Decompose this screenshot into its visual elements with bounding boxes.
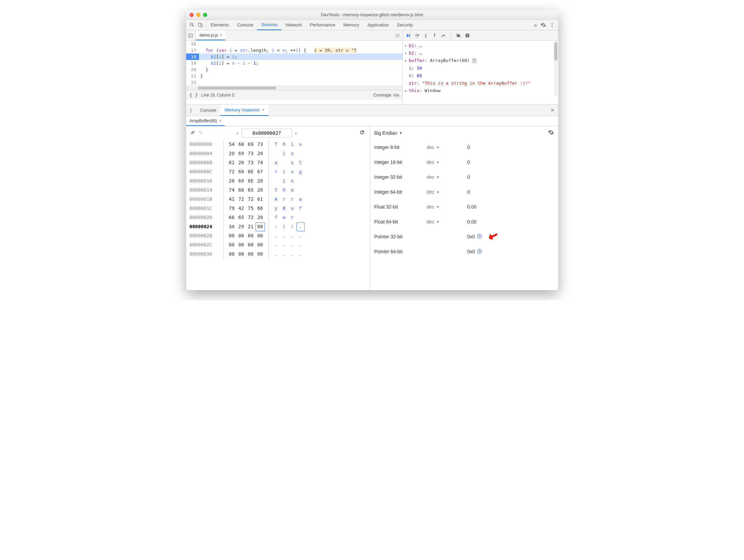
close-icon[interactable]: × — [262, 107, 264, 112]
hex-byte[interactable]: 75 — [246, 204, 256, 213]
step-icon[interactable] — [441, 33, 446, 38]
deactivate-breakpoints-icon[interactable] — [456, 33, 461, 38]
ascii-byte[interactable] — [297, 149, 305, 158]
hex-byte[interactable]: 41 — [227, 195, 237, 204]
history-back-icon[interactable]: ↶ — [191, 130, 195, 136]
panel-tab-console[interactable]: Console — [233, 20, 258, 30]
ascii-byte[interactable]: . — [288, 240, 297, 250]
ascii-byte[interactable]: ! — [288, 222, 297, 231]
step-over-icon[interactable] — [414, 33, 420, 38]
panel-tab-elements[interactable]: Elements — [207, 20, 233, 30]
hex-byte[interactable]: 69 — [237, 149, 246, 158]
hex-byte[interactable]: 69 — [237, 167, 246, 176]
panel-tab-application[interactable]: Application — [363, 20, 393, 30]
ascii-byte[interactable]: e — [288, 186, 297, 195]
ascii-byte[interactable]: . — [280, 250, 288, 259]
jump-to-address-icon[interactable] — [477, 249, 482, 255]
ascii-byte[interactable]: : — [272, 222, 280, 231]
hex-row[interactable]: 000000243A292100:)!. — [190, 222, 367, 231]
hex-byte[interactable]: 00 — [256, 240, 265, 250]
ascii-byte[interactable] — [297, 176, 305, 186]
code-line[interactable]: b2[i] = n - i - 1; — [199, 60, 402, 66]
code-line[interactable] — [199, 41, 402, 47]
panel-tab-sources[interactable]: Sources — [257, 20, 282, 30]
reveal-in-memory-inspector-icon[interactable]: ⠿ — [472, 59, 477, 63]
hex-byte[interactable]: 74 — [256, 158, 265, 167]
file-tab[interactable]: demo-js.js × — [196, 30, 225, 40]
hex-byte[interactable]: 68 — [237, 186, 246, 195]
ascii-byte[interactable]: . — [297, 240, 305, 250]
ascii-byte[interactable]: s — [297, 140, 305, 149]
hex-row[interactable]: 0000001474686520the — [190, 186, 367, 195]
navigator-toggle-icon[interactable] — [186, 30, 196, 40]
hex-byte[interactable]: 73 — [256, 140, 265, 149]
ascii-byte[interactable]: f — [272, 213, 280, 222]
gutter-line[interactable]: 18 — [186, 53, 199, 60]
scope-var[interactable]: i: 39 — [405, 65, 557, 72]
ascii-byte[interactable]: i — [288, 140, 297, 149]
hex-byte[interactable]: 00 — [237, 231, 246, 240]
ascii-byte[interactable]: r — [272, 167, 280, 176]
hex-byte[interactable]: 00 — [227, 231, 237, 240]
ascii-byte[interactable]: h — [280, 140, 288, 149]
jump-to-address-icon[interactable] — [477, 234, 482, 240]
vertical-scrollbar[interactable] — [553, 41, 558, 96]
hex-row[interactable]: 0000003000000000.... — [190, 250, 367, 259]
hex-row[interactable]: 0000001C79427566yBuf — [190, 204, 367, 213]
hex-byte[interactable]: 42 — [237, 204, 246, 213]
hex-byte[interactable]: 20 — [227, 176, 237, 186]
drawer-tab-console[interactable]: Console — [196, 105, 221, 116]
ascii-byte[interactable]: y — [272, 204, 280, 213]
ascii-byte[interactable]: r — [288, 213, 297, 222]
hex-byte[interactable]: 00 — [227, 250, 237, 259]
hex-byte[interactable]: 6E — [246, 167, 256, 176]
device-icon[interactable] — [198, 22, 203, 28]
gutter-line[interactable]: 22 — [186, 79, 199, 86]
code-line[interactable]: b1[i] = i; — [199, 53, 402, 60]
hex-byte[interactable]: 20 — [227, 149, 237, 158]
gutter-line[interactable]: 19 — [186, 60, 199, 66]
value-mode-select[interactable]: dec▼ — [427, 189, 467, 195]
endianness-select[interactable]: Big Endian ▼ — [374, 130, 402, 136]
hex-grid[interactable]: 0000000054686973This0000000420697320 is … — [186, 140, 370, 259]
hex-byte[interactable]: 20 — [256, 176, 265, 186]
hex-byte[interactable]: 72 — [246, 213, 256, 222]
hex-byte[interactable]: 00 — [256, 231, 265, 240]
ascii-byte[interactable]: i — [280, 167, 288, 176]
hex-byte[interactable]: 3A — [227, 222, 237, 231]
hex-byte[interactable]: 29 — [237, 222, 246, 231]
ascii-byte[interactable]: u — [288, 204, 297, 213]
panel-tab-network[interactable]: Network — [282, 20, 306, 30]
hex-byte[interactable]: 20 — [256, 213, 265, 222]
scope-var[interactable]: ▸b1: … — [405, 42, 557, 49]
ascii-byte[interactable]: r — [280, 195, 288, 204]
code-line[interactable]: for (var i = str.length; i < n; ++i) { i… — [199, 47, 402, 53]
pretty-print-icon[interactable]: { } — [190, 92, 198, 98]
panel-tab-memory[interactable]: Memory — [339, 20, 363, 30]
hex-byte[interactable]: 00 — [246, 231, 256, 240]
more-panels-icon[interactable]: » — [534, 22, 537, 28]
hex-byte[interactable]: 66 — [227, 213, 237, 222]
hex-row[interactable]: 0000000861207374a st — [190, 158, 367, 167]
hex-byte[interactable]: 72 — [227, 167, 237, 176]
step-out-icon[interactable] — [432, 33, 437, 38]
code-line[interactable]: } — [199, 66, 402, 73]
hex-byte[interactable]: 69 — [246, 140, 256, 149]
panel-tab-performance[interactable]: Performance — [306, 20, 339, 30]
value-mode-select[interactable]: dec▼ — [427, 204, 467, 210]
hex-row[interactable]: 0000002C00000000.... — [190, 240, 367, 250]
hex-byte[interactable]: 21 — [246, 222, 256, 231]
hex-byte[interactable]: 67 — [256, 167, 265, 176]
step-into-icon[interactable] — [423, 33, 429, 38]
gutter-line[interactable]: 20 — [186, 66, 199, 73]
ascii-byte[interactable]: . — [288, 250, 297, 259]
hex-byte[interactable]: 79 — [227, 204, 237, 213]
ascii-byte[interactable]: t — [297, 158, 305, 167]
hex-row[interactable]: 0000000420697320 is — [190, 149, 367, 158]
ascii-byte[interactable]: a — [297, 195, 305, 204]
drawer-menu-icon[interactable] — [186, 105, 196, 116]
hex-byte[interactable]: 20 — [237, 158, 246, 167]
ascii-byte[interactable]: t — [272, 186, 280, 195]
ascii-byte[interactable]: i — [280, 176, 288, 186]
hex-byte[interactable]: 00 — [256, 250, 265, 259]
